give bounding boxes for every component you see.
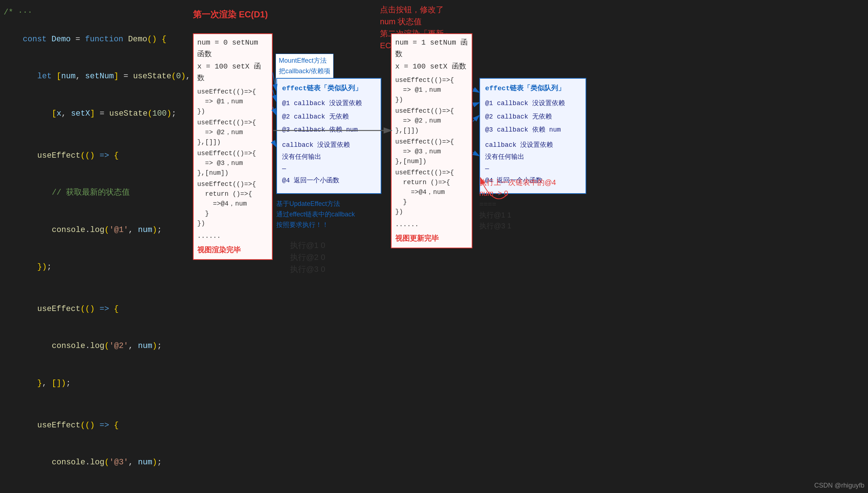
effect-chain1-title: effect链表「类似队列」 — [282, 82, 376, 95]
watermark: CSDN @rhiguyfb — [814, 482, 864, 489]
code-l7: // 获取最新的状态值 — [4, 174, 178, 211]
ec1-box: num = 0 setNum 函数 x = 100 setX 函数 useEff… — [193, 33, 273, 260]
code-l16: console.log('@3', num); — [4, 444, 178, 481]
diagram-area: 第一次渲染 EC(D1) 点击按钮，修改了num 状态值第二次渲染「更新」EC(… — [178, 0, 868, 493]
ec1-title2: x = 100 setX 函数 — [197, 61, 268, 84]
effect-chain2-title: effect链表「类似队列」 — [485, 82, 580, 95]
ec2-title2: x = 100 setX 函数 — [395, 61, 468, 72]
update-effect-annotation: 基于UpdateEffect方法通过effect链表中的callback按照要求… — [276, 199, 355, 230]
code-topbar: /* ··· — [4, 7, 178, 19]
ec1-effects: useEffect(()=>{ => @1，num }) useEffect((… — [197, 87, 268, 241]
effect-chain1-items: @1 callback 没设置依赖 @2 callback 无依赖 @3 cal… — [282, 98, 376, 186]
effect-chain2-items: @1 callback 没设置依赖 @2 callback 无依赖 @3 cal… — [485, 98, 580, 186]
code-l8: console.log('@1', num); — [4, 212, 178, 249]
ec1-title1: num = 0 setNum 函数 — [197, 37, 268, 60]
results-2: 执行上一次链表中的@4 num -> 0 ==== 执行@1 1 执行@3 1 — [479, 177, 556, 231]
ec2-effects: useEffect(()=>{ => @1，num }) useEffect((… — [395, 75, 468, 229]
ec2-title1: num = 1 setNum 函数 — [395, 37, 468, 60]
effect-chain-1: effect链表「类似队列」 @1 callback 没设置依赖 @2 call… — [276, 78, 381, 194]
first-render-label: 第一次渲染 EC(D1) — [193, 8, 268, 21]
code-l13: }, []); — [4, 365, 178, 402]
code-l17: }, [num]); — [4, 481, 178, 493]
code-l9: }); — [4, 249, 178, 286]
code-l6: useEffect(() => { — [4, 137, 178, 174]
code-panel: /* ··· const Demo = function Demo() { le… — [0, 0, 178, 493]
code-l2: const Demo = function Demo() { — [4, 21, 178, 58]
code-l15: useEffect(() => { — [4, 407, 178, 444]
code-l11: useEffect(() => { — [4, 291, 178, 328]
ec2-footer: 视图更新完毕 — [395, 233, 468, 245]
code-l3: let [num, setNum] = useState(0), — [4, 58, 178, 95]
code-l4: [x, setX] = useState(100); — [4, 95, 178, 132]
ec2-box: num = 1 setNum 函数 x = 100 setX 函数 useEff… — [391, 33, 472, 248]
code-l12: console.log('@2', num); — [4, 328, 178, 365]
results-1: 执行@1 0 执行@2 0 执行@3 0 — [290, 239, 325, 275]
ec1-footer: 视图渲染完毕 — [197, 245, 268, 256]
effect-chain-2: effect链表「类似队列」 @1 callback 没设置依赖 @2 call… — [479, 78, 586, 194]
